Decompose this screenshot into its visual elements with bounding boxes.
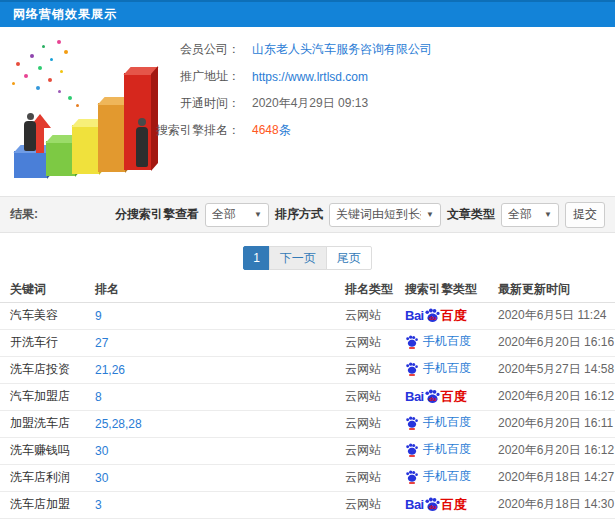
mobile-baidu-paw-icon xyxy=(405,362,419,376)
rank-type-cell: 云网站 xyxy=(335,356,395,383)
mobile-baidu-label: 手机百度 xyxy=(423,360,471,377)
table-header-row: 关键词 排名 排名类型 搜索引擎类型 最新更新时间 xyxy=(0,278,615,302)
col-header-rank-type: 排名类型 xyxy=(335,278,395,302)
rank-type-cell: 云网站 xyxy=(335,410,395,437)
page-header: 网络营销效果展示 xyxy=(0,0,615,27)
rank-type-cell: 云网站 xyxy=(335,437,395,464)
rank-count-unit: 条 xyxy=(279,123,291,137)
rank-cell[interactable]: 8 xyxy=(85,383,335,410)
confetti-dot xyxy=(64,50,68,54)
confetti-dot xyxy=(30,54,34,58)
confetti-dot xyxy=(24,74,28,78)
table-row: 加盟洗车店 25,28,28 云网站 手机百度 2020年6月20日 16:11 xyxy=(0,410,615,437)
submit-button[interactable]: 提交 xyxy=(565,202,605,228)
engine-filter-label: 分搜索引擎查看 xyxy=(115,206,199,223)
sort-label: 排序方式 xyxy=(275,206,323,223)
col-header-keyword: 关键词 xyxy=(0,278,85,302)
sort-select[interactable]: 关键词由短到长排序 ▼ xyxy=(329,203,441,227)
confetti-dot xyxy=(38,66,42,70)
mobile-baidu-paw-icon xyxy=(405,470,419,484)
rank-type-cell: 云网站 xyxy=(335,464,395,491)
mobile-baidu-paw-icon xyxy=(405,443,419,457)
rank-cell[interactable]: 21,26 xyxy=(85,356,335,383)
growth-arrow-icon xyxy=(36,127,44,153)
chevron-down-icon: ▼ xyxy=(544,210,552,219)
svg-text:du: du xyxy=(429,315,437,321)
mobile-baidu-paw-icon xyxy=(405,335,419,349)
rank-type-cell: 云网站 xyxy=(335,302,395,329)
table-row: 开洗车行 27 云网站 手机百度 2020年6月20日 16:16 xyxy=(0,329,615,356)
figure-head xyxy=(27,113,34,120)
article-type-value: 全部 xyxy=(508,206,539,223)
mobile-baidu-logo: 手机百度 xyxy=(405,360,471,377)
confetti-dot xyxy=(57,40,61,44)
mobile-baidu-label: 手机百度 xyxy=(423,441,471,458)
chart-bar-orange xyxy=(98,103,126,172)
rank-cell[interactable]: 3 xyxy=(85,491,335,518)
info-row-url: 推广地址： https://www.lrtlsd.com xyxy=(148,63,608,90)
page-1-button[interactable]: 1 xyxy=(243,246,270,270)
article-type-label: 文章类型 xyxy=(447,206,495,223)
svg-text:du: du xyxy=(429,504,437,510)
mobile-baidu-logo: 手机百度 xyxy=(405,414,471,431)
table-row: 洗车店投资 21,26 云网站 手机百度 2020年5月27日 14:58 xyxy=(0,356,615,383)
keyword-cell: 汽车加盟店 xyxy=(0,383,85,410)
confetti-dot xyxy=(50,58,53,61)
businessman-figure-right xyxy=(135,118,149,167)
last-page-button[interactable]: 尾页 xyxy=(326,246,372,270)
engine-filter-select[interactable]: 全部 ▼ xyxy=(205,203,269,227)
info-row-company: 会员公司： 山东老人头汽车服务咨询有限公司 xyxy=(148,36,608,63)
mobile-baidu-logo: 手机百度 xyxy=(405,333,471,350)
baidu-paw-icon: du xyxy=(424,308,441,323)
baidu-paw-icon: du xyxy=(424,389,441,404)
confetti-dot xyxy=(12,82,15,85)
engine-cell: 手机百度 xyxy=(395,437,488,464)
rank-cell[interactable]: 30 xyxy=(85,464,335,491)
table-row: 洗车赚钱吗 30 云网站 手机百度 2020年6月20日 16:12 xyxy=(0,437,615,464)
confetti-dot xyxy=(42,45,45,48)
col-header-rank: 排名 xyxy=(85,278,335,302)
mobile-baidu-label: 手机百度 xyxy=(423,468,471,485)
engine-cell: Bai du 百度 xyxy=(395,302,488,329)
figure-body xyxy=(24,121,36,151)
rank-count-label: 搜索引擎排名： xyxy=(148,122,240,139)
confetti-dot xyxy=(36,86,40,90)
table-row: 洗车店加盟 3 云网站 Bai du 百度 2020年6月18日 14:30 xyxy=(0,491,615,518)
chart-bar-blue xyxy=(14,151,48,178)
rank-cell[interactable]: 27 xyxy=(85,329,335,356)
table-row: 汽车加盟店 8 云网站 Bai du 百度 2020年6月20日 16:12 xyxy=(0,383,615,410)
chart-bar-yellow xyxy=(72,125,100,174)
chevron-down-icon: ▼ xyxy=(254,210,262,219)
company-name-link[interactable]: 山东老人头汽车服务咨询有限公司 xyxy=(252,41,432,58)
next-page-button[interactable]: 下一页 xyxy=(269,246,327,270)
rank-cell[interactable]: 25,28,28 xyxy=(85,410,335,437)
open-time-label: 开通时间： xyxy=(148,95,240,112)
rank-count-value[interactable]: 4648条 xyxy=(252,122,291,139)
mobile-baidu-label: 手机百度 xyxy=(423,333,471,350)
pagination: 1 下一页 尾页 xyxy=(0,246,615,270)
sort-value: 关键词由短到长排序 xyxy=(336,206,421,223)
baidu-logo: Bai du 百度 xyxy=(405,388,467,406)
rank-type-cell: 云网站 xyxy=(335,329,395,356)
confetti-dot xyxy=(60,70,63,73)
keyword-cell: 洗车赚钱吗 xyxy=(0,437,85,464)
company-label: 会员公司： xyxy=(148,41,240,58)
result-label: 结果: xyxy=(10,206,38,223)
updated-cell: 2020年6月20日 16:16 xyxy=(488,329,615,356)
updated-cell: 2020年6月18日 14:30 xyxy=(488,491,615,518)
baidu-logo-latin: Bai xyxy=(405,497,424,512)
promo-url-link[interactable]: https://www.lrtlsd.com xyxy=(252,70,368,84)
keyword-rank-table: 关键词 排名 排名类型 搜索引擎类型 最新更新时间 汽车美容 9 云网站 Bai… xyxy=(0,278,615,519)
svg-text:du: du xyxy=(429,396,437,402)
rank-cell[interactable]: 30 xyxy=(85,437,335,464)
baidu-logo-cn: 百度 xyxy=(441,496,467,514)
baidu-logo: Bai du 百度 xyxy=(405,307,467,325)
keyword-cell: 洗车店加盟 xyxy=(0,491,85,518)
engine-cell: 手机百度 xyxy=(395,356,488,383)
table-body: 汽车美容 9 云网站 Bai du 百度 2020年6月5日 11:24 开洗车… xyxy=(0,302,615,518)
engine-cell: Bai du 百度 xyxy=(395,491,488,518)
article-type-select[interactable]: 全部 ▼ xyxy=(501,203,559,227)
updated-cell: 2020年6月20日 16:12 xyxy=(488,437,615,464)
mobile-baidu-logo: 手机百度 xyxy=(405,441,471,458)
rank-cell[interactable]: 9 xyxy=(85,302,335,329)
